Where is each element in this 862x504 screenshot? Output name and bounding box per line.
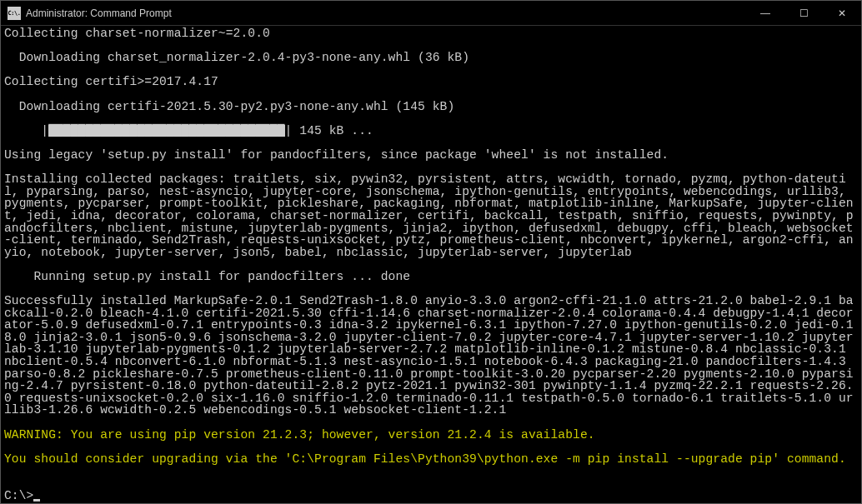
maximize-button[interactable]: ☐	[784, 1, 823, 25]
terminal-line: Collecting charset-normalizer~=2.0.0	[4, 27, 858, 40]
terminal-line: Collecting certifi>=2017.4.17	[4, 76, 858, 88]
terminal-line: WARNING: You are using pip version 21.2.…	[4, 429, 858, 442]
titlebar-left: C:\. Administrator: Command Prompt	[1, 7, 172, 20]
terminal-line: |████████████████████████████████| 145 k…	[4, 125, 858, 137]
minimize-button[interactable]: —	[746, 1, 784, 25]
cursor	[33, 499, 40, 502]
command-prompt: C:\>	[4, 490, 858, 502]
close-button[interactable]: ✕	[823, 1, 861, 25]
terminal-output[interactable]: Collecting charset-normalizer~=2.0.0 Dow…	[1, 26, 861, 503]
terminal-line: You should consider upgrading via the 'C…	[4, 453, 858, 466]
terminal-line: Running setup.py install for pandocfilte…	[4, 271, 858, 283]
window-titlebar: C:\. Administrator: Command Prompt — ☐ ✕	[1, 1, 861, 26]
window-title: Administrator: Command Prompt	[26, 7, 172, 19]
terminal-line: Using legacy 'setup.py install' for pand…	[4, 149, 858, 162]
progress-bar: ████████████████████████████████	[48, 125, 284, 137]
terminal-line: Downloading certifi-2021.5.30-py2.py3-no…	[4, 101, 858, 113]
terminal-line: Installing collected packages: traitlets…	[4, 173, 858, 258]
cmd-icon: C:\.	[8, 7, 21, 20]
titlebar-controls: — ☐ ✕	[746, 1, 861, 25]
terminal-line: Downloading charset_normalizer-2.0.4-py3…	[4, 52, 858, 64]
terminal-line: Successfully installed MarkupSafe-2.0.1 …	[4, 295, 858, 417]
